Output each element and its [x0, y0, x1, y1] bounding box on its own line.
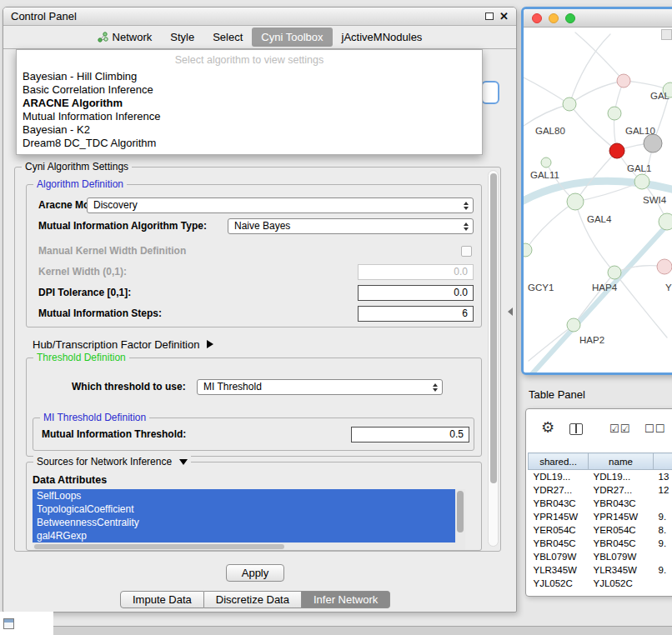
tab-style[interactable]: Style: [161, 28, 203, 47]
table-row[interactable]: YDL19...YDL19...13: [529, 470, 672, 483]
table-row[interactable]: YER054CYER054C8.: [529, 523, 672, 537]
network-edge[interactable]: [614, 272, 667, 338]
network-node[interactable]: [608, 107, 621, 120]
table-cell: YDL19...: [589, 470, 654, 483]
kernel-width-label: Kernel Width (0,1):: [38, 264, 127, 280]
network-edge[interactable]: [574, 272, 614, 325]
table-row[interactable]: YBR043CYBR043C: [529, 497, 672, 510]
select-all-checks-icon[interactable]: ☑☑: [609, 422, 630, 435]
algorithm-option[interactable]: Mutual Information Inference: [17, 110, 482, 123]
algorithm-option[interactable]: Bayesian - Hill Climbing: [17, 70, 482, 83]
which-threshold-label: Which threshold to use:: [72, 379, 186, 395]
attribute-list-hscrollbar-thumb[interactable]: [34, 544, 284, 549]
network-tab-icon: [98, 32, 108, 42]
tab-impute-data[interactable]: Impute Data: [120, 591, 204, 608]
settings-scrollbar[interactable]: [488, 170, 499, 547]
algorithm-option[interactable]: Bayesian - K2: [17, 123, 482, 137]
which-threshold-combobox[interactable]: MI Threshold: [197, 379, 443, 395]
minimized-panel-icon[interactable]: [3, 618, 14, 629]
table-row[interactable]: YPR145WYPR145W9.: [529, 510, 672, 523]
network-node[interactable]: [617, 74, 630, 88]
hub-transcription-factor-section[interactable]: Hub/Transcription Factor Definition: [33, 337, 213, 352]
network-node[interactable]: [567, 318, 580, 332]
control-panel-titlebar[interactable]: Control Panel ✕: [3, 8, 516, 26]
network-edge[interactable]: [530, 212, 672, 375]
attribute-item-selected[interactable]: gal4RGexp: [33, 529, 455, 542]
attribute-item-selected[interactable]: SelfLoops: [33, 489, 455, 502]
attribute-list-hscrollbar[interactable]: [33, 542, 465, 550]
tab-discretize-data[interactable]: Discretize Data: [204, 591, 302, 608]
algorithm-option[interactable]: Dream8 DC_TDC Algorithm: [17, 137, 482, 150]
attribute-item-selected[interactable]: BetweennessCentrality: [33, 516, 455, 529]
network-edge[interactable]: [569, 81, 624, 104]
scrollbar-corner: [661, 29, 672, 40]
table-row[interactable]: YJL052CYJL052C: [529, 577, 672, 590]
attribute-item-selected[interactable]: TopologicalCoefficient: [33, 502, 455, 516]
mi-steps-field[interactable]: 6: [358, 306, 474, 322]
combobox-focus-fragment[interactable]: [481, 81, 499, 104]
algorithm-option[interactable]: Basic Correlation Inference: [17, 83, 482, 97]
network-edge[interactable]: [569, 34, 610, 104]
network-edge[interactable]: [524, 104, 569, 126]
zoom-button[interactable]: [565, 13, 575, 23]
column-header-shared[interactable]: shared...: [529, 453, 589, 470]
table-row[interactable]: YLR345WYLR345W9.: [529, 563, 672, 577]
deselect-all-checks-icon[interactable]: ☐☐: [644, 422, 665, 435]
network-node[interactable]: [634, 174, 649, 189]
algorithm-option-selected[interactable]: ARACNE Algorithm: [17, 97, 482, 110]
close-button[interactable]: [532, 13, 542, 23]
attribute-list-vscrollbar[interactable]: [455, 489, 465, 542]
network-node[interactable]: [609, 143, 624, 158]
network-node[interactable]: [644, 134, 662, 152]
restore-icon[interactable]: [485, 12, 494, 20]
mi-type-combobox[interactable]: Naive Bayes: [228, 218, 474, 234]
network-node[interactable]: [541, 158, 551, 168]
minimize-button[interactable]: [549, 13, 559, 23]
attribute-list-vscrollbar-thumb[interactable]: [457, 491, 464, 532]
tab-infer-network[interactable]: Infer Network: [302, 591, 390, 608]
columns-icon[interactable]: [569, 423, 583, 435]
threshold-definition-title: Threshold Definition: [33, 352, 129, 363]
dpi-tolerance-field[interactable]: 0.0: [358, 285, 474, 301]
table-cell: YBR043C: [529, 497, 589, 510]
table-row[interactable]: YDR27...YDR27...12: [529, 483, 672, 497]
manual-kernel-label: Manual Kernel Width Definition: [38, 243, 186, 259]
network-edge[interactable]: [524, 78, 569, 104]
sources-group-title[interactable]: Sources for Network Inference: [33, 456, 191, 468]
tab-select[interactable]: Select: [203, 28, 252, 47]
manual-kernel-checkbox[interactable]: [461, 246, 472, 257]
table-cell: YBL079W: [589, 550, 654, 563]
kernel-width-field[interactable]: 0.0: [358, 264, 474, 280]
mi-threshold-field[interactable]: 0.5: [351, 427, 469, 442]
network-edge[interactable]: [575, 202, 614, 272]
network-canvas[interactable]: GALGAL80GAL10GAL11GAL1SWI4GAL4GCY1HAP4HA…: [524, 28, 672, 375]
network-node[interactable]: [608, 266, 621, 279]
aracne-mode-combobox[interactable]: Discovery: [87, 198, 474, 213]
expanded-triangle-icon[interactable]: [179, 459, 188, 465]
tab-network[interactable]: Network: [88, 28, 162, 47]
network-node[interactable]: [563, 98, 576, 111]
settings-scrollbar-thumb[interactable]: [490, 173, 497, 483]
network-node[interactable]: [524, 243, 532, 257]
network-window-titlebar[interactable]: [524, 9, 672, 28]
network-edge[interactable]: [575, 151, 617, 202]
table-panel-window: ⚙ ☑☑ ☐☐ shared... name YDL19...YDL19...1…: [525, 408, 672, 597]
close-icon[interactable]: ✕: [499, 11, 509, 22]
network-edge[interactable]: [525, 202, 575, 250]
combobox-arrows-icon: [464, 222, 469, 231]
table-row[interactable]: YBR045CYBR045C9.: [529, 537, 672, 550]
network-node[interactable]: [659, 213, 672, 230]
column-header-cut[interactable]: [654, 453, 672, 470]
network-node[interactable]: [567, 193, 584, 210]
collapsed-triangle-icon[interactable]: [207, 340, 213, 348]
column-header-name[interactable]: name: [589, 453, 654, 470]
apply-button[interactable]: Apply: [226, 564, 284, 582]
attribute-rows: SelfLoops TopologicalCoefficient Between…: [33, 489, 455, 542]
network-node[interactable]: [657, 259, 672, 274]
tab-jactivemnodules[interactable]: jActiveMNodules: [333, 28, 432, 47]
table-row[interactable]: YBL079WYBL079W: [529, 550, 672, 563]
gear-icon[interactable]: ⚙: [541, 420, 554, 435]
tab-cyni-toolbox[interactable]: Cyni Toolbox: [252, 28, 332, 47]
table-cell: YBR045C: [589, 537, 654, 550]
splitter-collapse-icon[interactable]: [508, 308, 513, 316]
